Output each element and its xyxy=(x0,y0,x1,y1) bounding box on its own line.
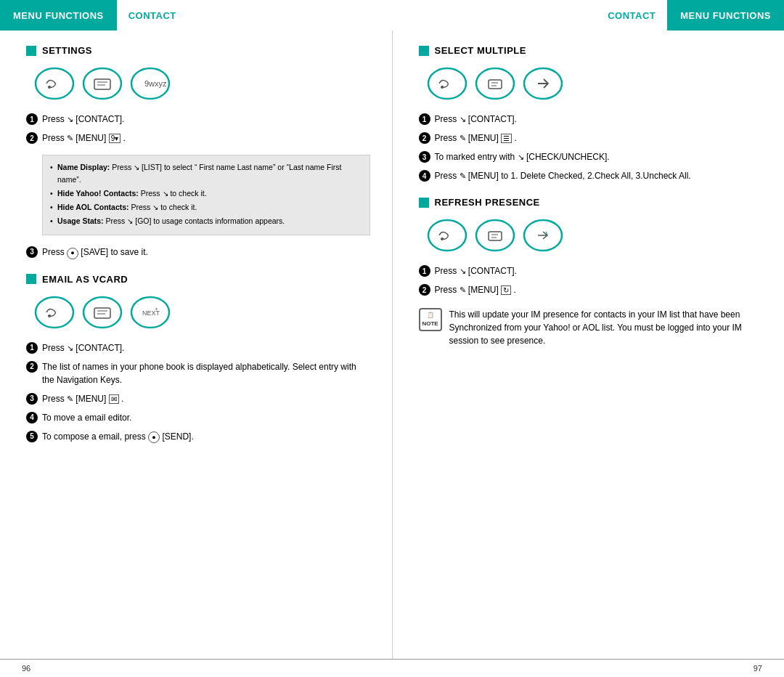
svg-point-2 xyxy=(83,68,121,99)
refresh-presence-icon-row xyxy=(426,218,763,253)
refresh-presence-icon-3 xyxy=(522,218,564,253)
email-vcard-steps: 1 Press ↘ [CONTACT]. 2 The list of names… xyxy=(26,341,370,444)
email-vcard-title-text: EMAIL AS VCARD xyxy=(42,274,128,285)
svg-rect-3 xyxy=(94,79,110,89)
settings-steps: 1 Press ↘ [CONTACT]. 2 Press ✎ [MENU] 9▾… xyxy=(26,113,370,145)
refresh-presence-title-bar xyxy=(419,198,429,208)
refresh-presence-title-text: REFRESH PRESENCE xyxy=(435,197,540,208)
svg-point-19 xyxy=(476,68,514,99)
settings-title-bar xyxy=(26,46,36,56)
email-vcard-section-title: EMAIL AS VCARD xyxy=(26,274,370,285)
page-num-left: 96 xyxy=(22,664,392,673)
main-content: SETTINGS 9wxyz xyxy=(0,31,784,659)
svg-point-0 xyxy=(36,68,73,99)
right-contact-label: CONTACT xyxy=(596,10,667,21)
info-item-1: Name Display: Press ↘ [LIST] to select “… xyxy=(50,161,362,186)
settings-step3-list: 3 Press ● [SAVE] to save it. xyxy=(26,246,370,259)
svg-text:+: + xyxy=(155,306,158,312)
header-left: MENU FUNCTIONS CONTACT xyxy=(0,0,392,31)
select-multiple-icon-1 xyxy=(426,66,468,101)
refresh-presence-icon-2 xyxy=(474,218,516,253)
email-vcard-step-1: 1 Press ↘ [CONTACT]. xyxy=(26,341,370,354)
settings-step-3: 3 Press ● [SAVE] to save it. xyxy=(26,246,370,259)
svg-rect-20 xyxy=(489,80,502,89)
svg-point-10 xyxy=(83,297,121,328)
svg-point-8 xyxy=(36,297,73,328)
refresh-presence-section-title: REFRESH PRESENCE xyxy=(419,197,763,208)
svg-point-17 xyxy=(428,68,466,99)
note-icon: 📋 NOTE xyxy=(419,308,442,331)
select-multiple-step-3: 3 To marked entry with ↘ [CHECK/UNCHECK]… xyxy=(419,150,763,163)
settings-title-text: SETTINGS xyxy=(42,45,92,56)
settings-icon-1 xyxy=(33,66,75,101)
left-page: SETTINGS 9wxyz xyxy=(0,31,393,659)
refresh-presence-step-1: 1 Press ↘ [CONTACT]. xyxy=(419,264,763,277)
email-vcard-icon-3: NEXT + xyxy=(129,295,171,330)
settings-icon-2 xyxy=(81,66,123,101)
select-multiple-title-text: SELECT MULTIPLE xyxy=(435,45,526,56)
select-multiple-step-2: 2 Press ✎ [MENU] ☰ . xyxy=(419,131,763,145)
select-multiple-icon-3 xyxy=(522,66,564,101)
email-vcard-step-2: 2 The list of names in your phone book i… xyxy=(26,360,370,386)
header-right: CONTACT MENU FUNCTIONS xyxy=(392,0,784,31)
select-multiple-icon-2 xyxy=(474,66,516,101)
select-multiple-step-1: 1 Press ↘ [CONTACT]. xyxy=(419,113,763,126)
email-vcard-step-4: 4 To move a email editor. xyxy=(26,411,370,424)
info-item-4: Usage Stats: Press ↘ [GO] to usage conta… xyxy=(50,215,362,227)
settings-icon-row: 9wxyz xyxy=(33,66,370,101)
svg-point-18 xyxy=(441,86,444,89)
svg-point-24 xyxy=(428,220,466,251)
left-contact-label: CONTACT xyxy=(117,10,188,21)
svg-rect-27 xyxy=(489,232,502,240)
svg-rect-11 xyxy=(94,308,110,318)
email-vcard-icon-2 xyxy=(81,295,123,330)
svg-point-26 xyxy=(476,220,514,251)
email-vcard-icon-row: NEXT + xyxy=(33,295,370,330)
select-multiple-title-bar xyxy=(419,46,429,56)
right-menu-functions-badge: MENU FUNCTIONS xyxy=(667,0,784,31)
email-vcard-step-5: 5 To compose a email, press ● [SEND]. xyxy=(26,430,370,444)
svg-point-25 xyxy=(441,238,444,240)
settings-icon-3: 9wxyz xyxy=(129,66,171,101)
settings-section-title: SETTINGS xyxy=(26,45,370,56)
svg-text:9wxyz: 9wxyz xyxy=(144,79,167,88)
note-box: 📋 NOTE This will update your IM presence… xyxy=(419,308,763,347)
refresh-presence-icon-1 xyxy=(426,218,468,253)
email-vcard-step-3: 3 Press ✎ [MENU] ✉ . xyxy=(26,392,370,405)
note-text: This will update your IM presence for co… xyxy=(449,308,763,347)
refresh-presence-step-2: 2 Press ✎ [MENU] ↻ . xyxy=(419,283,763,296)
settings-step-2: 2 Press ✎ [MENU] 9▾ . xyxy=(26,131,370,145)
select-multiple-step-4: 4 Press ✎ [MENU] to 1. Delete Checked, 2… xyxy=(419,169,763,182)
info-item-3: Hide AOL Contacts: Press ↘ to check it. xyxy=(50,201,362,214)
header-bar: MENU FUNCTIONS CONTACT CONTACT MENU FUNC… xyxy=(0,0,784,31)
left-menu-functions-badge: MENU FUNCTIONS xyxy=(0,0,117,31)
settings-info-box: Name Display: Press ↘ [LIST] to select “… xyxy=(42,155,370,235)
email-vcard-icon-1 xyxy=(33,295,75,330)
refresh-presence-steps: 1 Press ↘ [CONTACT]. 2 Press ✎ [MENU] ↻ … xyxy=(419,264,763,296)
settings-step-1: 1 Press ↘ [CONTACT]. xyxy=(26,113,370,126)
right-page: SELECT MULTIPLE 1 Pres xyxy=(393,31,785,659)
footer-bar: 96 97 xyxy=(0,659,784,677)
email-vcard-title-bar xyxy=(26,274,36,284)
select-multiple-steps: 1 Press ↘ [CONTACT]. 2 Press ✎ [MENU] ☰ … xyxy=(419,113,763,182)
svg-point-1 xyxy=(48,86,51,89)
svg-point-9 xyxy=(48,315,51,317)
info-item-2: Hide Yahoo! Contacts: Press ↘ to check i… xyxy=(50,187,362,200)
select-multiple-icon-row xyxy=(426,66,763,101)
page-num-right: 97 xyxy=(392,664,762,673)
select-multiple-section-title: SELECT MULTIPLE xyxy=(419,45,763,56)
